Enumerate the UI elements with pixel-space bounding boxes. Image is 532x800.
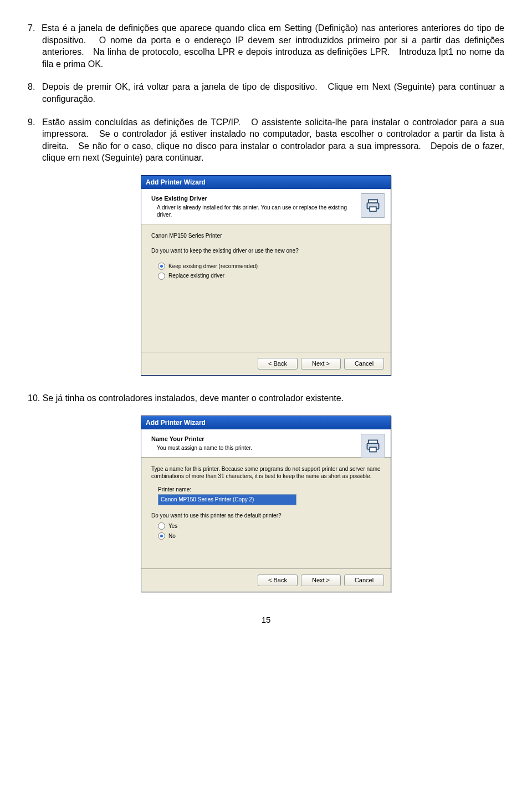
next-button[interactable]: Next > <box>301 358 341 370</box>
name-instructions-text: Type a name for this printer. Because so… <box>151 465 381 480</box>
dialog-header-title: Use Existing Driver <box>151 194 352 203</box>
dialog-footer: < Back Next > Cancel <box>141 568 391 592</box>
cancel-button[interactable]: Cancel <box>344 575 384 586</box>
radio-label: Replace existing driver <box>168 272 224 280</box>
dialog-footer: < Back Next > Cancel <box>141 352 391 375</box>
default-printer-question: Do you want to use this printer as the d… <box>151 512 381 520</box>
radio-label: No <box>168 532 176 540</box>
driver-name-text: Canon MP150 Series Printer <box>151 232 381 240</box>
step-7-text: 7. Esta é a janela de definições que apa… <box>28 22 504 70</box>
radio-icon <box>158 522 165 530</box>
printer-icon <box>361 193 385 218</box>
radio-replace-existing[interactable]: Replace existing driver <box>158 272 381 280</box>
printer-name-input[interactable]: Canon MP150 Series Printer (Copy 2) <box>158 494 296 505</box>
radio-label: Yes <box>168 522 177 530</box>
radio-keep-existing[interactable]: Keep existing driver (recommended) <box>158 263 381 270</box>
dialog-header: Name Your Printer You must assign a name… <box>141 429 391 458</box>
step-8-text: 8. Depois de premir OK, irá voltar para … <box>28 81 504 105</box>
dialog-body: Canon MP150 Series Printer Do you want t… <box>141 224 391 352</box>
step-10-text: 10. Se já tinha os controladores instala… <box>28 392 504 404</box>
radio-icon <box>158 273 165 280</box>
wizard-dialog-name-printer: Add Printer Wizard Name Your Printer You… <box>141 416 391 592</box>
dialog-header-subtitle: A driver is already installed for this p… <box>151 204 352 218</box>
dialog-header: Use Existing Driver A driver is already … <box>141 189 391 224</box>
wizard-dialog-use-existing-driver: Add Printer Wizard Use Existing Driver A… <box>141 175 391 376</box>
dialog-titlebar[interactable]: Add Printer Wizard <box>141 176 391 189</box>
driver-question-text: Do you want to keep the existing driver … <box>151 247 381 255</box>
dialog-header-title: Name Your Printer <box>151 435 352 443</box>
dialog-titlebar[interactable]: Add Printer Wizard <box>141 416 391 429</box>
back-button[interactable]: < Back <box>258 575 298 586</box>
radio-default-no[interactable]: No <box>158 532 381 540</box>
radio-label: Keep existing driver (recommended) <box>168 263 258 270</box>
printer-icon <box>361 434 385 458</box>
page-number: 15 <box>28 614 504 625</box>
next-button[interactable]: Next > <box>301 575 341 586</box>
svg-rect-5 <box>370 447 376 452</box>
radio-icon <box>158 263 165 270</box>
dialog-header-subtitle: You must assign a name to this printer. <box>151 444 352 452</box>
radio-default-yes[interactable]: Yes <box>158 522 381 530</box>
svg-rect-2 <box>370 207 376 211</box>
back-button[interactable]: < Back <box>258 358 298 370</box>
radio-icon <box>158 532 165 540</box>
printer-name-label: Printer name: <box>158 486 381 494</box>
dialog-body: Type a name for this printer. Because so… <box>141 458 391 568</box>
step-9-text: 9. Estão assim concluídas as definições … <box>28 116 504 164</box>
cancel-button[interactable]: Cancel <box>344 358 384 370</box>
